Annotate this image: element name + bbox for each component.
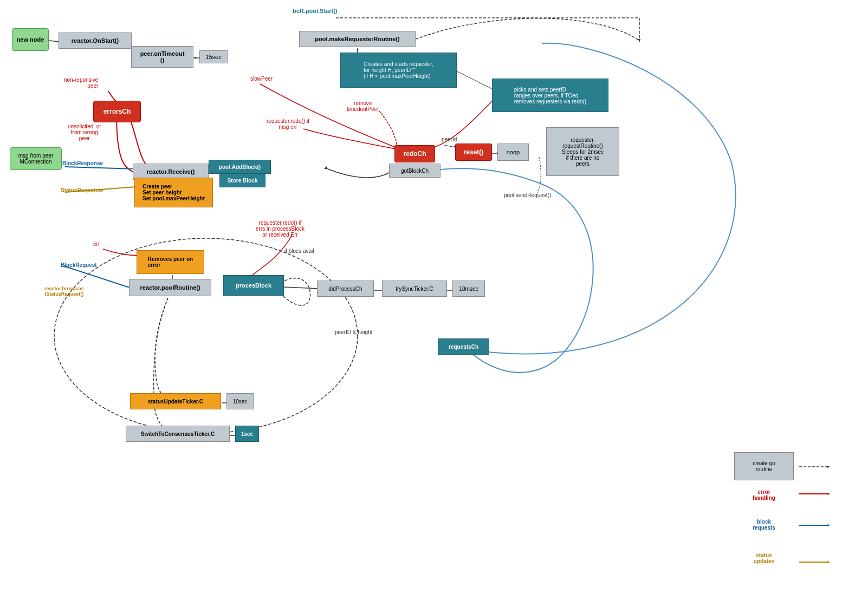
redoch-node: redoCh xyxy=(394,145,435,162)
svg-marker-23 xyxy=(324,166,327,169)
picks-sets-node: picks and sets peerID.ranges over peers,… xyxy=(492,79,608,112)
svg-marker-57 xyxy=(827,524,830,526)
peerid-height-label: peerID & height xyxy=(335,329,373,335)
status-update-ticker-node: statusUpdateTicker.C xyxy=(130,393,221,409)
status-response-label: StatusResponse xyxy=(61,187,103,193)
svg-marker-3 xyxy=(638,39,640,42)
legend-create-routine-box: create goroutine xyxy=(734,452,794,480)
requestsch-node: requestsCh xyxy=(438,338,489,355)
requester-redo-msg-label: requester.redo() ifmsg err xyxy=(267,118,309,130)
removes-peer-node: Removes peer onerror xyxy=(137,250,204,274)
requester-redo-errs-label: requester.redo() iferrs in processBlocko… xyxy=(256,220,305,238)
trysyncticker-node: trySyncTicker.C xyxy=(382,281,447,297)
bcr-pool-start-label: bcR.pool.Start() xyxy=(293,8,338,14)
pool-send-request-label: pool.sendRequest() xyxy=(504,192,551,198)
store-block-node: Store Block xyxy=(219,173,265,187)
create-peer-node: Create peerSet peer heightSet pool.maxPe… xyxy=(134,178,213,207)
unsolicited-label: unsolicited, orfrom wrongpeer xyxy=(68,123,101,141)
svg-line-41 xyxy=(65,266,131,288)
block-request-label: BlockRequest xyxy=(61,262,97,268)
pool-addblock-node: pool.AddBlock() xyxy=(209,160,271,174)
svg-line-35 xyxy=(283,287,320,289)
svg-line-24 xyxy=(65,167,135,169)
gotblockch-node: gotBlockCh xyxy=(389,164,441,178)
processblock-node: procesBlock xyxy=(223,275,284,296)
legend-error-handling-box: errorhandling xyxy=(734,484,794,506)
status-request-label: reactor.broadcastStatusRequest() xyxy=(44,286,84,297)
ticker-1sec-node: 1sec xyxy=(235,426,259,442)
timer-15sec-node: 15sec xyxy=(199,50,228,63)
reactor-pool-routine-node: reactor.poolRoutine() xyxy=(129,279,211,296)
svg-line-7 xyxy=(49,41,60,42)
block-response-label: BlockResponse xyxy=(62,160,103,166)
svg-marker-9 xyxy=(638,39,640,42)
new-node: new node xyxy=(12,28,49,51)
legend-status-updates-box: statusupdates xyxy=(734,547,794,570)
errorsch-node: errorsCh xyxy=(93,101,141,122)
switch-consensus-ticker-node: SwitchToConsensusTicker.C xyxy=(126,426,230,442)
reset-node: reset() xyxy=(455,144,492,161)
svg-line-19 xyxy=(444,145,455,147)
svg-marker-55 xyxy=(827,493,830,495)
slow-peer-label: slowPeer xyxy=(250,76,273,82)
svg-marker-46 xyxy=(357,48,359,50)
requester-request-routine-node: requester.requestRoutine()Sleeps for 2ms… xyxy=(546,127,619,176)
svg-line-10 xyxy=(455,70,493,89)
pool-make-requester-node: pool.makeRequesterRoutine() xyxy=(299,31,416,47)
noop-node: noop xyxy=(497,144,529,161)
reactor-onstart-node: reactor.OnStart() xyxy=(59,32,132,49)
if-blocs-avail-label: if blocs avail xyxy=(284,248,314,254)
remove-timedout-label: removetimedoutPeer xyxy=(347,100,379,112)
peerid-label: peerId xyxy=(442,136,457,142)
peer-ontimeout-node: peer.onTimeout() xyxy=(131,46,193,68)
svg-marker-53 xyxy=(827,466,830,468)
err-label: err xyxy=(93,241,100,247)
diagram-container: new node reactor.OnStart() bcR.pool.Star… xyxy=(0,0,868,613)
msg-from-peer-node: msg from peerMConnection xyxy=(10,147,62,170)
ticker-10ms-node: 10msec xyxy=(452,281,485,297)
legend-block-requests-box: blockrequests xyxy=(734,513,794,536)
svg-marker-59 xyxy=(827,561,830,563)
creates-starts-node: Creates and starts requester,for height … xyxy=(340,53,457,88)
ticker-10sec-node: 10sec xyxy=(226,393,254,409)
non-responsive-label: non-reponsivepeer xyxy=(64,77,98,89)
didprocessch-node: didProcessCh xyxy=(317,281,374,297)
